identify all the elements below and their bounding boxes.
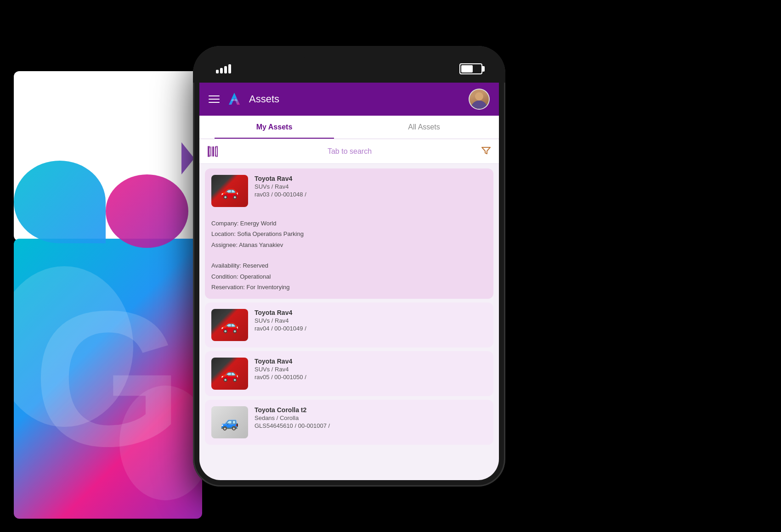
barcode-scan-icon[interactable]: [207, 146, 219, 157]
user-avatar[interactable]: [469, 89, 490, 110]
asset-id: rav04 / 00-001049 /: [255, 325, 487, 332]
tabs-bar: My Assets All Assets: [199, 116, 499, 139]
asset-id: rav05 / 00-001050 /: [255, 374, 487, 381]
camera-notch: [303, 46, 395, 63]
asset-info: Toyota Rav4 SUVs / Rav4 rav03 / 00-00104…: [255, 175, 487, 207]
signal-bars-icon: [216, 64, 231, 73]
asset-condition: Condition: Operational: [211, 271, 487, 282]
pink-shape-decoration: [106, 174, 188, 248]
hamburger-menu-button[interactable]: [209, 95, 220, 103]
asset-info: Toyota Rav4 SUVs / Rav4 rav05 / 00-00105…: [255, 358, 487, 390]
asset-reservation: Reservation: For Inventorying: [211, 282, 487, 292]
asset-category: SUVs / Rav4: [255, 317, 487, 324]
phone-screen: Assets My Assets All Assets: [199, 83, 499, 480]
asset-info: Toyota Rav4 SUVs / Rav4 rav04 / 00-00104…: [255, 309, 487, 341]
asset-card[interactable]: Toyota Corolla t2 Sedans / Corolla GLS54…: [205, 400, 493, 445]
asset-card[interactable]: Toyota Rav4 SUVs / Rav4 rav03 / 00-00104…: [205, 168, 493, 299]
asset-card[interactable]: Toyota Rav4 SUVs / Rav4 rav04 / 00-00104…: [205, 302, 493, 347]
asset-location: Location: Sofia Operations Parking: [211, 229, 487, 239]
arrow-decoration: [181, 142, 194, 174]
asset-thumbnail: [211, 406, 248, 438]
color-graphic-background: [14, 239, 202, 519]
asset-category: SUVs / Rav4: [255, 183, 487, 190]
asset-details: Company: Energy World Location: Sofia Op…: [211, 218, 487, 250]
svg-rect-2: [212, 146, 214, 157]
search-input[interactable]: Tab to search: [224, 147, 475, 156]
app-header: Assets: [199, 83, 499, 116]
svg-rect-4: [217, 146, 218, 157]
asset-availability: Availability: Reserved: [211, 260, 487, 271]
asset-thumbnail: [211, 358, 248, 390]
asset-assignee: Assignee: Atanas Yanakiev: [211, 240, 487, 250]
asset-card[interactable]: Toyota Rav4 SUVs / Rav4 rav05 / 00-00105…: [205, 351, 493, 396]
battery-icon: [459, 63, 482, 74]
asset-category: Sedans / Corolla: [255, 414, 487, 421]
phone-device: Assets My Assets All Assets: [193, 46, 505, 487]
search-bar: Tab to search: [199, 139, 499, 164]
asset-company: Company: Energy World: [211, 218, 487, 229]
blue-shape-decoration: [14, 161, 106, 243]
asset-name: Toyota Rav4: [255, 309, 487, 316]
asset-id: GLS54645610 / 00-001007 /: [255, 422, 487, 429]
asset-thumbnail: [211, 175, 248, 207]
asset-name: Toyota Rav4: [255, 358, 487, 365]
asset-status: Availability: Reserved Condition: Operat…: [211, 260, 487, 292]
tab-my-assets[interactable]: My Assets: [199, 116, 349, 139]
svg-rect-1: [210, 146, 211, 157]
filter-icon[interactable]: [481, 145, 492, 158]
asset-info: Toyota Corolla t2 Sedans / Corolla GLS54…: [255, 406, 487, 438]
app-logo: [226, 91, 243, 107]
asset-id: rav03 / 00-001048 /: [255, 191, 487, 198]
asset-thumbnail: [211, 309, 248, 341]
tab-all-assets[interactable]: All Assets: [349, 116, 499, 139]
asset-name: Toyota Rav4: [255, 175, 487, 182]
asset-category: SUVs / Rav4: [255, 366, 487, 373]
asset-name: Toyota Corolla t2: [255, 406, 487, 414]
asset-list: Toyota Rav4 SUVs / Rav4 rav03 / 00-00104…: [199, 164, 499, 479]
app-title: Assets: [249, 93, 279, 105]
